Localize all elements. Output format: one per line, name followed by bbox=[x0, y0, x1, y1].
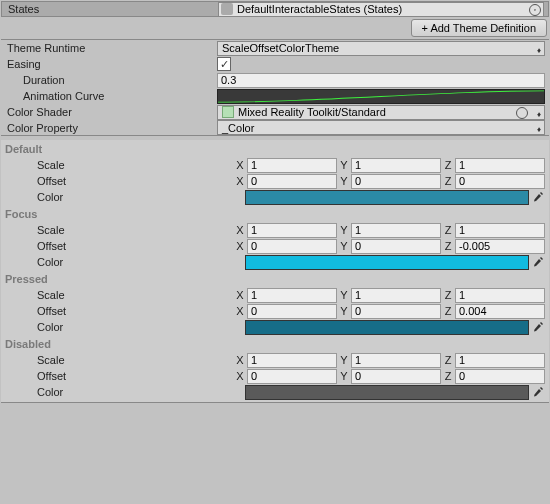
color-swatch[interactable] bbox=[245, 190, 529, 205]
prop-label-scale: Scale bbox=[5, 289, 235, 301]
color-swatch[interactable] bbox=[245, 385, 529, 400]
scale-z-input[interactable]: 1 bbox=[455, 288, 545, 303]
axis-x-label: X bbox=[235, 159, 245, 171]
color-shader-dropdown[interactable]: Mixed Reality Toolkit/Standard ♦ bbox=[217, 105, 545, 120]
scale-z-input[interactable]: 1 bbox=[455, 223, 545, 238]
state-header: Focus bbox=[1, 205, 549, 222]
axis-x-label: X bbox=[235, 370, 245, 382]
prop-label-color: Color bbox=[5, 191, 245, 203]
axis-z-label: Z bbox=[443, 370, 453, 382]
duration-input[interactable]: 0.3 bbox=[217, 73, 545, 88]
prop-label-scale: Scale bbox=[5, 354, 235, 366]
scale-y-input[interactable]: 1 bbox=[351, 158, 441, 173]
color-property-value: _Color bbox=[222, 122, 254, 134]
axis-z-label: Z bbox=[443, 175, 453, 187]
offset-y-input[interactable]: 0 bbox=[351, 304, 441, 319]
scale-z-input[interactable]: 1 bbox=[455, 353, 545, 368]
axis-x-label: X bbox=[235, 240, 245, 252]
offset-x-input[interactable]: 0 bbox=[247, 369, 337, 384]
eyedropper-icon[interactable] bbox=[531, 320, 545, 335]
scale-x-input[interactable]: 1 bbox=[247, 158, 337, 173]
curve-icon bbox=[218, 90, 544, 103]
axis-x-label: X bbox=[235, 224, 245, 236]
state-header: Disabled bbox=[1, 335, 549, 352]
duration-label: Duration bbox=[5, 74, 217, 86]
axis-y-label: Y bbox=[339, 289, 349, 301]
prop-label-scale: Scale bbox=[5, 159, 235, 171]
axis-x-label: X bbox=[235, 289, 245, 301]
offset-y-input[interactable]: 0 bbox=[351, 239, 441, 254]
axis-y-label: Y bbox=[339, 354, 349, 366]
offset-z-input[interactable]: 0 bbox=[455, 369, 545, 384]
eyedropper-icon[interactable] bbox=[531, 190, 545, 205]
color-shader-value: Mixed Reality Toolkit/Standard bbox=[238, 106, 386, 118]
offset-x-input[interactable]: 0 bbox=[247, 174, 337, 189]
offset-x-input[interactable]: 0 bbox=[247, 304, 337, 319]
add-theme-definition-label: + Add Theme Definition bbox=[422, 22, 536, 34]
color-swatch[interactable] bbox=[245, 255, 529, 270]
axis-y-label: Y bbox=[339, 175, 349, 187]
prop-label-color: Color bbox=[5, 321, 245, 333]
prop-label-color: Color bbox=[5, 386, 245, 398]
offset-y-input[interactable]: 0 bbox=[351, 174, 441, 189]
duration-value: 0.3 bbox=[221, 74, 236, 86]
easing-checkbox[interactable]: ✓ bbox=[217, 57, 231, 71]
easing-label: Easing bbox=[5, 58, 217, 70]
dropdown-arrow-icon: ♦ bbox=[537, 46, 541, 55]
prop-label-scale: Scale bbox=[5, 224, 235, 236]
axis-y-label: Y bbox=[339, 240, 349, 252]
scale-y-input[interactable]: 1 bbox=[351, 288, 441, 303]
shader-icon bbox=[222, 106, 234, 118]
axis-z-label: Z bbox=[443, 159, 453, 171]
object-picker-icon[interactable]: ◦ bbox=[529, 4, 541, 16]
offset-z-input[interactable]: -0.005 bbox=[455, 239, 545, 254]
color-property-label: Color Property bbox=[5, 122, 217, 134]
axis-y-label: Y bbox=[339, 305, 349, 317]
states-object-value: DefaultInteractableStates (States) bbox=[237, 3, 402, 15]
offset-z-input[interactable]: 0.004 bbox=[455, 304, 545, 319]
color-shader-label: Color Shader bbox=[5, 106, 217, 118]
scale-y-input[interactable]: 1 bbox=[351, 223, 441, 238]
axis-z-label: Z bbox=[443, 354, 453, 366]
eyedropper-icon[interactable] bbox=[531, 255, 545, 270]
theme-runtime-dropdown[interactable]: ScaleOffsetColorTheme ♦ bbox=[217, 41, 545, 56]
scale-z-input[interactable]: 1 bbox=[455, 158, 545, 173]
animation-curve-field[interactable] bbox=[217, 89, 545, 104]
color-property-dropdown[interactable]: _Color ♦ bbox=[217, 120, 545, 135]
prop-label-offset: Offset bbox=[5, 240, 235, 252]
object-picker-icon[interactable] bbox=[516, 107, 528, 119]
prop-label-color: Color bbox=[5, 256, 245, 268]
axis-z-label: Z bbox=[443, 289, 453, 301]
prop-label-offset: Offset bbox=[5, 305, 235, 317]
dropdown-arrow-icon: ♦ bbox=[537, 110, 541, 119]
theme-runtime-value: ScaleOffsetColorTheme bbox=[222, 42, 339, 54]
states-label: States bbox=[6, 3, 218, 15]
axis-y-label: Y bbox=[339, 224, 349, 236]
axis-x-label: X bbox=[235, 354, 245, 366]
add-theme-definition-button[interactable]: + Add Theme Definition bbox=[411, 19, 547, 37]
offset-x-input[interactable]: 0 bbox=[247, 239, 337, 254]
axis-z-label: Z bbox=[443, 240, 453, 252]
animation-curve-label: Animation Curve bbox=[5, 90, 217, 102]
dropdown-arrow-icon: ♦ bbox=[537, 125, 541, 134]
scale-x-input[interactable]: 1 bbox=[247, 223, 337, 238]
axis-x-label: X bbox=[235, 175, 245, 187]
asset-icon bbox=[221, 3, 233, 15]
scale-y-input[interactable]: 1 bbox=[351, 353, 441, 368]
eyedropper-icon[interactable] bbox=[531, 385, 545, 400]
prop-label-offset: Offset bbox=[5, 370, 235, 382]
state-header: Pressed bbox=[1, 270, 549, 287]
scale-x-input[interactable]: 1 bbox=[247, 353, 337, 368]
states-object-field[interactable]: DefaultInteractableStates (States) ◦ bbox=[218, 2, 544, 17]
color-swatch[interactable] bbox=[245, 320, 529, 335]
axis-z-label: Z bbox=[443, 305, 453, 317]
axis-y-label: Y bbox=[339, 159, 349, 171]
checkmark-icon: ✓ bbox=[220, 58, 229, 71]
axis-x-label: X bbox=[235, 305, 245, 317]
axis-y-label: Y bbox=[339, 370, 349, 382]
scale-x-input[interactable]: 1 bbox=[247, 288, 337, 303]
state-header: Default bbox=[1, 140, 549, 157]
offset-y-input[interactable]: 0 bbox=[351, 369, 441, 384]
offset-z-input[interactable]: 0 bbox=[455, 174, 545, 189]
theme-runtime-label: Theme Runtime bbox=[5, 42, 217, 54]
